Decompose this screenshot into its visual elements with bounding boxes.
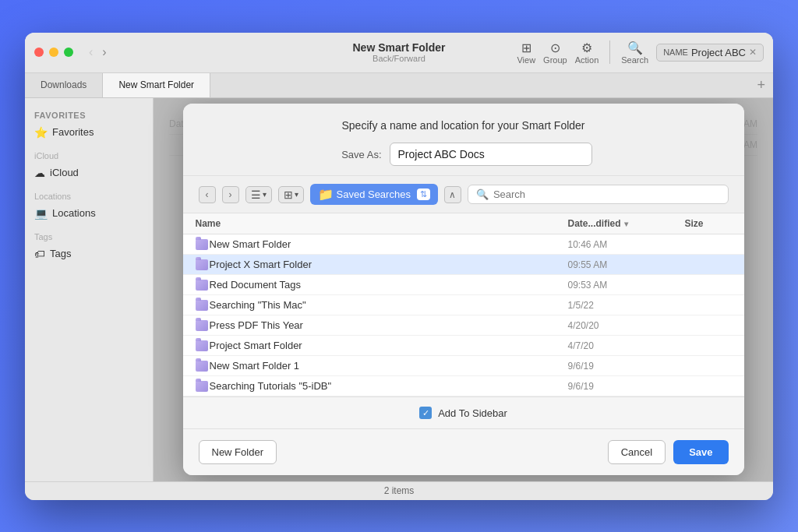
minimize-button[interactable]: [49, 48, 58, 57]
loc-search-box[interactable]: 🔍: [468, 185, 729, 204]
sidebar-item-label-locations: Locations: [52, 207, 96, 219]
sidebar-section-title-locations: Locations: [25, 188, 153, 204]
group-icon: ⊙: [543, 41, 567, 55]
smart-folder-icon-3: [196, 300, 208, 311]
file-date-5: 4/7/20: [568, 340, 685, 351]
list-view-icon: ☰: [251, 188, 261, 201]
tab-downloads[interactable]: Downloads: [25, 73, 103, 97]
list-view-chevron: ▾: [263, 190, 267, 199]
file-date-1: 09:55 AM: [568, 259, 685, 270]
location-dropdown-arrow: ⇅: [417, 188, 430, 200]
file-row-7[interactable]: Searching Tutorials "5-iDB" 9/6/19: [183, 376, 744, 396]
add-to-sidebar-checkbox[interactable]: ✓: [419, 407, 432, 419]
smart-folder-icon-7: [196, 381, 208, 392]
toolbar-right: ⊞ View ⊙ Group ⚙ Action 🔍 Search NAME Pr…: [517, 41, 764, 65]
loc-expand-button[interactable]: ∧: [444, 186, 461, 203]
file-name-6: New Smart Folder 1: [210, 360, 568, 372]
sidebar-section-title-favorites: Favorites: [25, 107, 153, 123]
location-folder-icon: 📁: [318, 187, 334, 202]
action-button[interactable]: ⚙ Action: [575, 41, 599, 65]
back-button[interactable]: ‹: [86, 44, 96, 61]
close-button[interactable]: [34, 48, 44, 57]
search-value: Project ABC: [691, 47, 746, 58]
search-bar[interactable]: NAME Project ABC ✕: [656, 44, 764, 62]
clear-search-icon[interactable]: ✕: [749, 47, 757, 58]
modal-overlay: Specify a name and location for your Sma…: [154, 98, 773, 481]
sidebar-item-locations[interactable]: 💻 Locations: [25, 204, 153, 223]
tab-new-smart-folder[interactable]: New Smart Folder: [103, 73, 210, 97]
footer-right: Cancel Save: [608, 440, 729, 464]
search-button[interactable]: 🔍 Search: [621, 41, 648, 65]
traffic-lights: [34, 48, 73, 57]
icloud-icon: ☁: [34, 167, 45, 179]
sidebar-item-favorites[interactable]: ⭐ Favorites: [25, 123, 153, 142]
location-bar: ‹ › ☰ ▾ ⊞ ▾ 📁 Saved Searches: [183, 176, 744, 213]
file-date-4: 4/20/20: [568, 320, 685, 331]
sidebar-section-title-icloud: iCloud: [25, 148, 153, 164]
loc-search-input[interactable]: [493, 188, 720, 200]
file-row-6[interactable]: New Smart Folder 1 9/6/19: [183, 356, 744, 376]
col-size-header: Size: [685, 218, 732, 229]
loc-back-button[interactable]: ‹: [199, 186, 216, 203]
save-as-row: Save As:: [202, 143, 726, 166]
finder-window: ‹ › New Smart Folder Back/Forward ⊞ View…: [25, 33, 773, 500]
maximize-button[interactable]: [64, 48, 73, 57]
loc-forward-button[interactable]: ›: [222, 186, 239, 203]
group-button[interactable]: ⊙ Group: [543, 41, 567, 65]
tab-add-button[interactable]: +: [749, 73, 773, 97]
file-date-6: 9/6/19: [568, 361, 685, 372]
name-badge: NAME: [663, 48, 688, 57]
title-bar: ‹ › New Smart Folder Back/Forward ⊞ View…: [25, 33, 773, 73]
new-folder-button[interactable]: New Folder: [199, 440, 277, 464]
sidebar-item-tags[interactable]: 🏷 Tags: [25, 245, 153, 263]
file-name-7: Searching Tutorials "5-iDB": [210, 380, 568, 392]
sort-arrow-icon[interactable]: ▾: [624, 220, 628, 228]
smart-folder-icon-2: [196, 280, 208, 291]
location-dropdown[interactable]: 📁 Saved Searches ⇅: [310, 184, 438, 205]
file-name-4: Press PDF This Year: [210, 319, 568, 331]
search-label: Search: [621, 55, 648, 65]
location-folder-label: Saved Searches: [337, 188, 411, 200]
sidebar-item-label-icloud: iCloud: [50, 167, 79, 178]
file-row-2[interactable]: Red Document Tags 09:53 AM: [183, 275, 744, 295]
view-button[interactable]: ⊞ View: [517, 41, 535, 65]
file-row-1[interactable]: Project X Smart Folder 09:55 AM: [183, 255, 744, 275]
file-row-4[interactable]: Press PDF This Year 4/20/20: [183, 315, 744, 336]
file-date-3: 1/5/22: [568, 300, 685, 311]
save-as-input[interactable]: [390, 143, 592, 166]
view-label: View: [517, 55, 535, 65]
file-name-0: New Smart Folder: [210, 238, 568, 250]
add-to-sidebar-label: Add To Sidebar: [438, 407, 507, 419]
window-title-area: New Smart Folder Back/Forward: [352, 41, 445, 63]
save-button[interactable]: Save: [673, 440, 728, 464]
smart-folder-icon-4: [196, 320, 208, 331]
action-icon: ⚙: [575, 41, 599, 55]
action-label: Action: [575, 55, 599, 65]
favorites-icon: ⭐: [34, 126, 48, 139]
sidebar-item-label-favorites: Favorites: [52, 126, 94, 138]
file-name-5: Project Smart Folder: [210, 340, 568, 351]
loc-list-view-button[interactable]: ☰ ▾: [245, 186, 272, 203]
forward-button[interactable]: ›: [99, 44, 109, 61]
file-name-2: Red Document Tags: [210, 279, 568, 291]
save-dialog: Specify a name and location for your Sma…: [183, 104, 744, 475]
grid-view-chevron: ▾: [295, 190, 298, 199]
separator: [609, 41, 610, 64]
status-bar: 2 items: [25, 481, 773, 500]
back-forward-label: Back/Forward: [352, 54, 445, 63]
file-row-3[interactable]: Searching "This Mac" 1/5/22: [183, 295, 744, 315]
sidebar: Favorites ⭐ Favorites iCloud ☁ iCloud Lo…: [25, 98, 154, 481]
file-name-1: Project X Smart Folder: [210, 259, 568, 270]
file-row-5[interactable]: Project Smart Folder 4/7/20: [183, 336, 744, 356]
modal-footer: New Folder Cancel Save: [183, 428, 744, 475]
checkbox-row: ✓ Add To Sidebar: [183, 396, 744, 428]
file-row-0[interactable]: New Smart Folder 10:46 AM: [183, 234, 744, 255]
file-list-header: Name Date...dified ▾ Size: [183, 213, 744, 234]
col-name-header: Name: [196, 218, 568, 229]
file-name-3: Searching "This Mac": [210, 299, 568, 311]
sidebar-item-icloud[interactable]: ☁ iCloud: [25, 164, 153, 182]
loc-grid-view-button[interactable]: ⊞ ▾: [278, 186, 304, 203]
smart-folder-icon-1: [196, 259, 208, 270]
cancel-button[interactable]: Cancel: [608, 440, 666, 464]
group-label: Group: [543, 55, 567, 65]
